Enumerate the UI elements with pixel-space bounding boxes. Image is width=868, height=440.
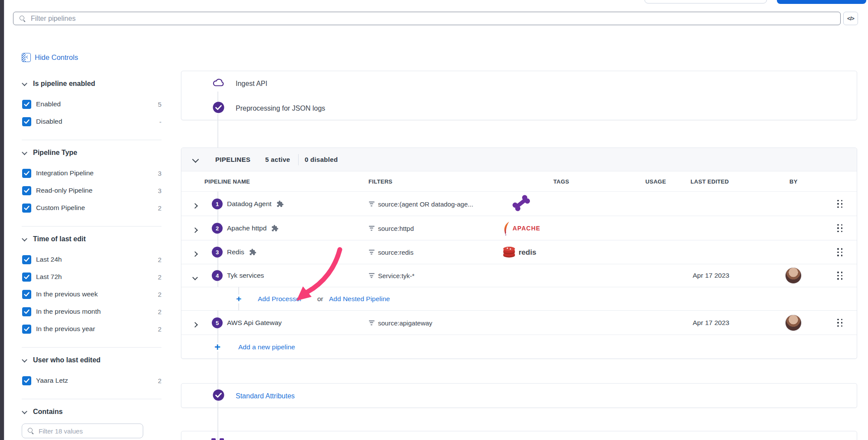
last-edited-date: Apr 17 2023 <box>693 272 729 279</box>
code-view-button[interactable]: </> <box>843 12 858 25</box>
pipeline-name: Datadog Agent <box>227 200 284 208</box>
editor-avatar <box>785 267 802 284</box>
standard-attributes-row[interactable]: Standard Attributes <box>181 384 857 408</box>
filter-icon <box>368 226 375 230</box>
standard-attributes-link[interactable]: Standard Attributes <box>236 392 295 400</box>
pipelines-section-label: PIPELINES <box>215 156 250 163</box>
facet-item[interactable]: Enabled 5 <box>22 95 161 113</box>
facet-item[interactable]: Yaara Letz 2 <box>22 372 161 389</box>
facet-item-label: Disabled <box>36 118 159 125</box>
apache-feather-icon <box>503 221 510 236</box>
expand-row-icon[interactable] <box>192 227 198 233</box>
apache-tag-label: APACHE <box>513 225 540 232</box>
filter-icon <box>368 250 375 255</box>
pipeline-name-label: Tyk services <box>227 272 264 279</box>
facet-item-label: In the previous month <box>36 308 158 315</box>
collapse-row-icon[interactable] <box>192 275 198 280</box>
facet-item[interactable]: In the previous year 2 <box>22 320 161 338</box>
checkbox-checked-icon[interactable] <box>22 307 31 316</box>
search-input[interactable]: Filter pipelines <box>13 12 841 25</box>
standard-attributes-card: Standard Attributes <box>181 383 857 408</box>
facet-item-label: In the previous year <box>36 325 158 333</box>
checkbox-checked-icon[interactable] <box>22 169 31 178</box>
top-partial-button[interactable] <box>644 0 767 3</box>
col-by: BY <box>789 178 798 185</box>
checkbox-checked-icon[interactable] <box>22 100 31 109</box>
facet-item[interactable]: Custom Pipeline 2 <box>22 199 161 217</box>
facet-header[interactable]: Is pipeline enabled <box>22 79 161 89</box>
flow-connector-line <box>217 401 218 440</box>
partial-icon <box>220 438 224 440</box>
facet-item-label: In the previous week <box>36 290 158 298</box>
add-new-pipeline-link[interactable]: Add a new pipeline <box>238 343 295 351</box>
drag-handle[interactable] <box>837 319 842 327</box>
chevron-down-icon <box>22 357 27 362</box>
drag-handle[interactable] <box>837 272 842 280</box>
facet-header[interactable]: Pipeline Type <box>22 148 161 158</box>
table-row[interactable]: 5 AWS Api Gateway source:apigateway Apr … <box>181 311 857 335</box>
facet-item-label: Integration Pipeline <box>36 169 158 177</box>
preprocessing-label: Preprocessing for JSON logs <box>236 105 325 112</box>
facet-item[interactable]: Read-only Pipeline 3 <box>22 182 161 199</box>
facet-title: User who last edited <box>33 356 101 364</box>
facet-item-count: 2 <box>158 377 161 384</box>
facet-header[interactable]: User who last edited <box>22 355 161 365</box>
checkbox-checked-icon[interactable] <box>22 273 31 282</box>
facet-item[interactable]: Last 72h 2 <box>22 268 161 286</box>
expand-row-icon[interactable] <box>192 322 198 328</box>
facet-item[interactable]: Disabled - <box>22 113 161 130</box>
integration-puzzle-icon <box>249 248 256 256</box>
facet-item[interactable]: Integration Pipeline 3 <box>22 164 161 182</box>
checkbox-checked-icon[interactable] <box>22 290 31 299</box>
drag-handle[interactable] <box>837 248 842 256</box>
collapse-section-icon[interactable] <box>192 156 199 163</box>
facet-item-count: 2 <box>158 308 161 315</box>
filter-icon <box>368 320 375 325</box>
pipeline-name-label: Apache httpd <box>227 224 266 232</box>
table-row[interactable]: 4 Tyk services Service:tyk-* Apr 17 2023 <box>181 264 857 287</box>
facet-item[interactable]: In the previous week 2 <box>22 286 161 303</box>
plus-icon[interactable]: + <box>235 295 242 303</box>
facet-title: Time of last edit <box>33 235 86 243</box>
add-processor-link[interactable]: Add Processor <box>258 295 302 303</box>
drag-handle[interactable] <box>837 224 842 232</box>
table-row[interactable]: 3 Redis source:redis redis <box>181 240 857 264</box>
facet-item-count: 2 <box>158 273 161 281</box>
facet-header[interactable]: Time of last edit <box>22 234 161 244</box>
checkbox-checked-icon[interactable] <box>22 117 31 126</box>
expand-row-icon[interactable] <box>192 251 198 257</box>
table-row[interactable]: 2 Apache httpd source:httpd APACHE <box>181 216 857 240</box>
facet-user-who-last-edited: User who last edited Yaara Letz 2 <box>22 355 161 399</box>
table-row[interactable]: 1 Datadog Agent source:(agent OR datadog… <box>181 192 857 216</box>
pipelines-header[interactable]: PIPELINES 5 active 0 disabled <box>181 148 857 171</box>
pipeline-name: Redis <box>227 248 256 256</box>
checkbox-checked-icon[interactable] <box>22 204 31 213</box>
facet-item-count: 5 <box>158 101 161 108</box>
facet-header[interactable]: Contains <box>22 407 161 417</box>
preprocessing-row[interactable]: Preprocessing for JSON logs <box>181 96 857 121</box>
search-icon <box>27 427 34 434</box>
add-nested-pipeline-link[interactable]: Add Nested Pipeline <box>329 295 390 303</box>
checkbox-checked-icon[interactable] <box>22 255 31 264</box>
checkbox-checked-icon[interactable] <box>22 376 31 385</box>
checkbox-checked-icon[interactable] <box>22 186 31 195</box>
hide-controls-button[interactable]: Hide Controls <box>22 52 78 62</box>
chevron-down-icon <box>22 408 27 414</box>
checkbox-checked-icon[interactable] <box>22 325 31 334</box>
chevron-down-icon <box>22 80 27 86</box>
pipelines-card: PIPELINES 5 active 0 disabled PIPELINE N… <box>181 148 857 359</box>
plus-icon[interactable]: + <box>214 343 221 351</box>
hide-controls-label: Hide Controls <box>35 53 78 62</box>
facet-item[interactable]: Last 24h 2 <box>22 251 161 268</box>
contains-placeholder: Filter 18 values <box>39 427 83 435</box>
redis-tag-label: redis <box>519 248 536 256</box>
expand-row-icon[interactable] <box>192 203 198 209</box>
contains-filter-input[interactable]: Filter 18 values <box>22 424 143 438</box>
ingest-card: Ingest API Preprocessing for JSON logs <box>181 71 857 120</box>
facet-item[interactable]: In the previous month 2 <box>22 303 161 320</box>
top-primary-button[interactable] <box>777 0 866 4</box>
col-last-edited: LAST EDITED <box>690 178 729 185</box>
col-usage: USAGE <box>645 178 666 185</box>
filter-query: source:redis <box>368 249 414 256</box>
drag-handle[interactable] <box>837 200 842 208</box>
